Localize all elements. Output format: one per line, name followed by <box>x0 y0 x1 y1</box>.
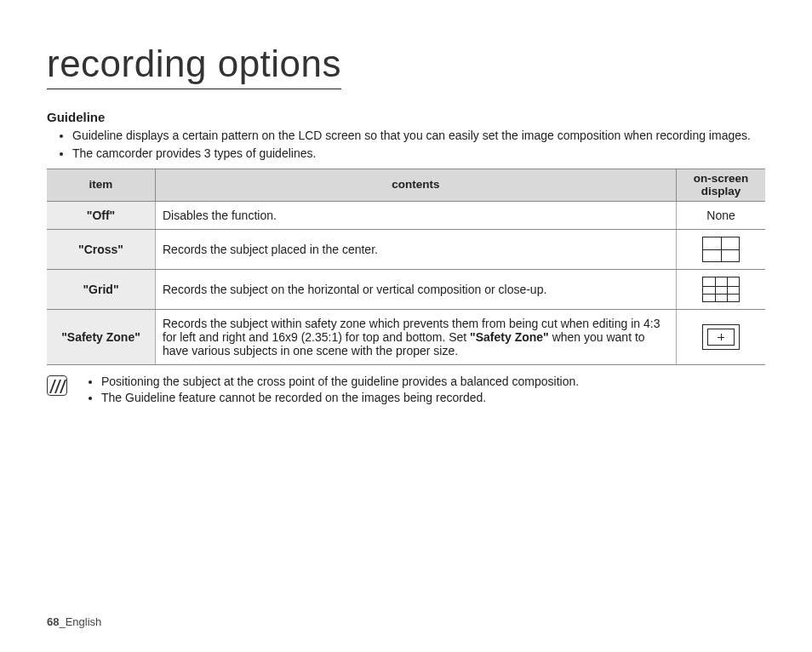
col-header-osd: on-screen display <box>677 169 766 202</box>
notes-list: Positioning the subject at the cross poi… <box>77 374 579 406</box>
cell-text-bold: "Safety Zone" <box>470 330 549 344</box>
section-heading-guideline: Guideline <box>47 110 765 124</box>
page-lang: _English <box>59 615 101 628</box>
safety-zone-icon <box>702 324 740 350</box>
note-icon <box>47 375 67 396</box>
cell-contents: Records the subject on the horizontal or… <box>156 270 677 310</box>
grid-icon <box>702 277 740 302</box>
page-number: 68_English <box>47 615 101 628</box>
page-title: recording options <box>47 43 341 89</box>
cell-item: "Safety Zone" <box>47 310 156 365</box>
cell-item: "Cross" <box>47 230 156 270</box>
guideline-table: item contents on-screen display "Off" Di… <box>47 169 765 366</box>
cell-contents: Records the subject placed in the center… <box>156 230 677 270</box>
note-block: Positioning the subject at the cross poi… <box>47 374 765 406</box>
intro-item: Guideline displays a certain pattern on … <box>72 128 765 144</box>
cell-contents: Records the subject within safety zone w… <box>156 310 677 365</box>
cell-item: "Grid" <box>47 270 156 310</box>
cell-osd <box>677 270 766 310</box>
note-item: The Guideline feature cannot be recorded… <box>101 390 579 406</box>
cell-osd <box>677 310 766 365</box>
col-header-contents: contents <box>156 169 677 202</box>
cell-osd <box>677 230 766 270</box>
note-item: Positioning the subject at the cross poi… <box>101 374 579 390</box>
cell-osd: None <box>677 202 766 230</box>
cell-item: "Off" <box>47 202 156 230</box>
cross-icon <box>702 237 740 262</box>
col-header-item: item <box>47 169 156 202</box>
page-number-value: 68 <box>47 615 59 628</box>
cell-contents: Disables the function. <box>156 202 677 230</box>
table-row: "Off" Disables the function. None <box>47 202 765 230</box>
intro-item: The camcorder provides 3 types of guidel… <box>72 146 765 162</box>
table-row: "Cross" Records the subject placed in th… <box>47 230 765 270</box>
intro-list: Guideline displays a certain pattern on … <box>47 128 765 162</box>
table-row: "Grid" Records the subject on the horizo… <box>47 270 765 310</box>
table-row: "Safety Zone" Records the subject within… <box>47 310 765 365</box>
